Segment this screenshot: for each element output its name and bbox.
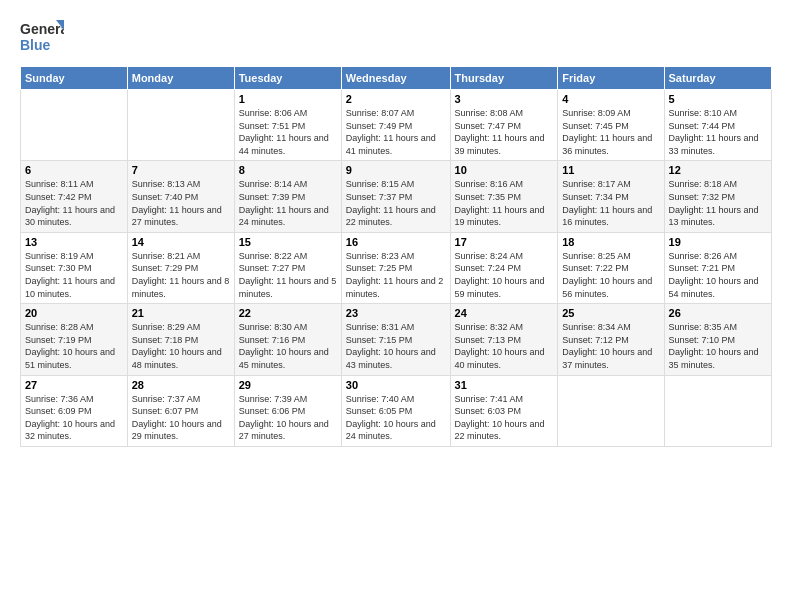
calendar-cell — [127, 90, 234, 161]
day-info: Sunrise: 8:17 AM Sunset: 7:34 PM Dayligh… — [562, 178, 659, 228]
day-info: Sunrise: 8:23 AM Sunset: 7:25 PM Dayligh… — [346, 250, 446, 300]
calendar-cell: 11Sunrise: 8:17 AM Sunset: 7:34 PM Dayli… — [558, 161, 664, 232]
day-info: Sunrise: 8:18 AM Sunset: 7:32 PM Dayligh… — [669, 178, 767, 228]
day-info: Sunrise: 8:19 AM Sunset: 7:30 PM Dayligh… — [25, 250, 123, 300]
week-row-5: 27Sunrise: 7:36 AM Sunset: 6:09 PM Dayli… — [21, 375, 772, 446]
calendar-cell: 27Sunrise: 7:36 AM Sunset: 6:09 PM Dayli… — [21, 375, 128, 446]
calendar-cell: 22Sunrise: 8:30 AM Sunset: 7:16 PM Dayli… — [234, 304, 341, 375]
logo: General Blue — [20, 18, 64, 58]
header-wednesday: Wednesday — [341, 67, 450, 90]
day-number: 25 — [562, 307, 659, 319]
day-info: Sunrise: 8:28 AM Sunset: 7:19 PM Dayligh… — [25, 321, 123, 371]
day-info: Sunrise: 8:21 AM Sunset: 7:29 PM Dayligh… — [132, 250, 230, 300]
day-number: 27 — [25, 379, 123, 391]
calendar-cell: 8Sunrise: 8:14 AM Sunset: 7:39 PM Daylig… — [234, 161, 341, 232]
day-number: 20 — [25, 307, 123, 319]
day-number: 22 — [239, 307, 337, 319]
calendar-cell: 30Sunrise: 7:40 AM Sunset: 6:05 PM Dayli… — [341, 375, 450, 446]
day-number: 1 — [239, 93, 337, 105]
day-info: Sunrise: 8:06 AM Sunset: 7:51 PM Dayligh… — [239, 107, 337, 157]
day-info: Sunrise: 8:07 AM Sunset: 7:49 PM Dayligh… — [346, 107, 446, 157]
day-info: Sunrise: 7:37 AM Sunset: 6:07 PM Dayligh… — [132, 393, 230, 443]
day-info: Sunrise: 8:13 AM Sunset: 7:40 PM Dayligh… — [132, 178, 230, 228]
day-number: 6 — [25, 164, 123, 176]
day-number: 2 — [346, 93, 446, 105]
day-number: 8 — [239, 164, 337, 176]
header-thursday: Thursday — [450, 67, 558, 90]
svg-text:Blue: Blue — [20, 37, 51, 53]
day-number: 18 — [562, 236, 659, 248]
day-number: 3 — [455, 93, 554, 105]
day-info: Sunrise: 8:09 AM Sunset: 7:45 PM Dayligh… — [562, 107, 659, 157]
calendar-cell: 7Sunrise: 8:13 AM Sunset: 7:40 PM Daylig… — [127, 161, 234, 232]
svg-text:General: General — [20, 21, 64, 37]
calendar-cell — [664, 375, 771, 446]
calendar-cell: 9Sunrise: 8:15 AM Sunset: 7:37 PM Daylig… — [341, 161, 450, 232]
calendar-cell: 25Sunrise: 8:34 AM Sunset: 7:12 PM Dayli… — [558, 304, 664, 375]
day-info: Sunrise: 8:32 AM Sunset: 7:13 PM Dayligh… — [455, 321, 554, 371]
calendar-cell: 13Sunrise: 8:19 AM Sunset: 7:30 PM Dayli… — [21, 232, 128, 303]
day-info: Sunrise: 8:16 AM Sunset: 7:35 PM Dayligh… — [455, 178, 554, 228]
day-number: 26 — [669, 307, 767, 319]
calendar-table: Sunday Monday Tuesday Wednesday Thursday… — [20, 66, 772, 447]
week-row-1: 1Sunrise: 8:06 AM Sunset: 7:51 PM Daylig… — [21, 90, 772, 161]
day-number: 10 — [455, 164, 554, 176]
calendar-cell: 28Sunrise: 7:37 AM Sunset: 6:07 PM Dayli… — [127, 375, 234, 446]
day-number: 9 — [346, 164, 446, 176]
day-info: Sunrise: 7:36 AM Sunset: 6:09 PM Dayligh… — [25, 393, 123, 443]
day-info: Sunrise: 8:26 AM Sunset: 7:21 PM Dayligh… — [669, 250, 767, 300]
day-number: 16 — [346, 236, 446, 248]
calendar-cell: 24Sunrise: 8:32 AM Sunset: 7:13 PM Dayli… — [450, 304, 558, 375]
day-number: 11 — [562, 164, 659, 176]
calendar-cell: 2Sunrise: 8:07 AM Sunset: 7:49 PM Daylig… — [341, 90, 450, 161]
day-info: Sunrise: 7:40 AM Sunset: 6:05 PM Dayligh… — [346, 393, 446, 443]
day-info: Sunrise: 8:24 AM Sunset: 7:24 PM Dayligh… — [455, 250, 554, 300]
calendar-cell — [558, 375, 664, 446]
calendar-cell: 15Sunrise: 8:22 AM Sunset: 7:27 PM Dayli… — [234, 232, 341, 303]
day-number: 21 — [132, 307, 230, 319]
day-info: Sunrise: 8:22 AM Sunset: 7:27 PM Dayligh… — [239, 250, 337, 300]
day-number: 5 — [669, 93, 767, 105]
day-info: Sunrise: 8:31 AM Sunset: 7:15 PM Dayligh… — [346, 321, 446, 371]
calendar-cell: 29Sunrise: 7:39 AM Sunset: 6:06 PM Dayli… — [234, 375, 341, 446]
calendar-cell: 21Sunrise: 8:29 AM Sunset: 7:18 PM Dayli… — [127, 304, 234, 375]
calendar-cell: 19Sunrise: 8:26 AM Sunset: 7:21 PM Dayli… — [664, 232, 771, 303]
day-info: Sunrise: 8:25 AM Sunset: 7:22 PM Dayligh… — [562, 250, 659, 300]
day-number: 30 — [346, 379, 446, 391]
day-info: Sunrise: 8:34 AM Sunset: 7:12 PM Dayligh… — [562, 321, 659, 371]
calendar-cell: 18Sunrise: 8:25 AM Sunset: 7:22 PM Dayli… — [558, 232, 664, 303]
header-sunday: Sunday — [21, 67, 128, 90]
day-number: 28 — [132, 379, 230, 391]
day-info: Sunrise: 8:29 AM Sunset: 7:18 PM Dayligh… — [132, 321, 230, 371]
calendar-cell: 12Sunrise: 8:18 AM Sunset: 7:32 PM Dayli… — [664, 161, 771, 232]
day-info: Sunrise: 7:41 AM Sunset: 6:03 PM Dayligh… — [455, 393, 554, 443]
calendar-cell: 17Sunrise: 8:24 AM Sunset: 7:24 PM Dayli… — [450, 232, 558, 303]
week-row-3: 13Sunrise: 8:19 AM Sunset: 7:30 PM Dayli… — [21, 232, 772, 303]
day-number: 17 — [455, 236, 554, 248]
header-monday: Monday — [127, 67, 234, 90]
calendar-header-row: Sunday Monday Tuesday Wednesday Thursday… — [21, 67, 772, 90]
header-friday: Friday — [558, 67, 664, 90]
day-info: Sunrise: 7:39 AM Sunset: 6:06 PM Dayligh… — [239, 393, 337, 443]
calendar-cell: 31Sunrise: 7:41 AM Sunset: 6:03 PM Dayli… — [450, 375, 558, 446]
day-number: 14 — [132, 236, 230, 248]
day-number: 31 — [455, 379, 554, 391]
calendar-cell: 23Sunrise: 8:31 AM Sunset: 7:15 PM Dayli… — [341, 304, 450, 375]
calendar-cell: 5Sunrise: 8:10 AM Sunset: 7:44 PM Daylig… — [664, 90, 771, 161]
logo-svg: General Blue — [20, 18, 64, 58]
day-info: Sunrise: 8:08 AM Sunset: 7:47 PM Dayligh… — [455, 107, 554, 157]
calendar-cell: 26Sunrise: 8:35 AM Sunset: 7:10 PM Dayli… — [664, 304, 771, 375]
calendar-cell: 16Sunrise: 8:23 AM Sunset: 7:25 PM Dayli… — [341, 232, 450, 303]
calendar-cell: 6Sunrise: 8:11 AM Sunset: 7:42 PM Daylig… — [21, 161, 128, 232]
day-number: 23 — [346, 307, 446, 319]
day-number: 29 — [239, 379, 337, 391]
day-number: 4 — [562, 93, 659, 105]
calendar-cell — [21, 90, 128, 161]
day-number: 19 — [669, 236, 767, 248]
day-number: 13 — [25, 236, 123, 248]
day-number: 7 — [132, 164, 230, 176]
day-info: Sunrise: 8:11 AM Sunset: 7:42 PM Dayligh… — [25, 178, 123, 228]
day-number: 15 — [239, 236, 337, 248]
calendar-cell: 10Sunrise: 8:16 AM Sunset: 7:35 PM Dayli… — [450, 161, 558, 232]
day-info: Sunrise: 8:35 AM Sunset: 7:10 PM Dayligh… — [669, 321, 767, 371]
